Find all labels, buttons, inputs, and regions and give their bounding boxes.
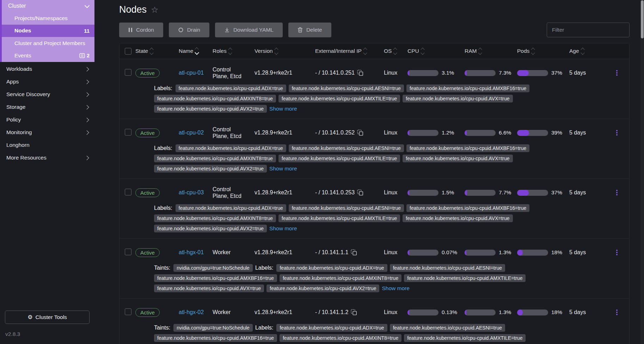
node-name-link[interactable]: atl-cpu-03	[179, 189, 204, 195]
label-chip: feature.node.kubernetes.io/cpu-cpuid.AMX…	[404, 334, 526, 342]
usage-percent-label: 1.3%	[499, 249, 511, 256]
ip-value: - / 10.141.1.2	[315, 309, 348, 315]
scrollbar-thumb[interactable]	[641, 0, 644, 38]
sidebar-item-cluster-and-project-members[interactable]: Cluster and Project Members	[2, 37, 94, 50]
label-chip: feature.node.kubernetes.io/cpu-cpuid.AMX…	[280, 334, 401, 342]
usage-meter	[517, 309, 548, 315]
copy-ip-icon[interactable]	[357, 70, 363, 76]
sidebar-item-workloads[interactable]: Workloads	[0, 63, 94, 75]
column-header-roles[interactable]: Roles	[213, 48, 254, 54]
ram-cell: 7.7%	[465, 189, 517, 196]
show-more-link[interactable]: Show more	[269, 106, 297, 112]
row-checkbox[interactable]	[125, 69, 131, 76]
page-header: Nodes ☆	[119, 2, 630, 17]
sidebar-item-storage[interactable]: Storage	[0, 101, 94, 113]
usage-meter	[465, 70, 496, 76]
row-checkbox-cell	[125, 249, 135, 257]
kebab-dot	[616, 254, 618, 255]
drain-button[interactable]: Drain	[169, 23, 209, 37]
download-yaml-button[interactable]: Download YAML	[215, 23, 283, 37]
column-header-cpu[interactable]: CPU	[407, 48, 465, 54]
row-actions-menu-icon[interactable]	[615, 69, 619, 77]
node-name-link[interactable]: atl-cpu-01	[179, 70, 204, 76]
column-header-os[interactable]: OS	[384, 48, 407, 54]
copy-ip-icon[interactable]	[351, 249, 357, 256]
node-name-link[interactable]: atl-cpu-02	[179, 130, 204, 136]
cpu-cell: 1.2%	[407, 130, 465, 136]
show-more-link[interactable]: Show more	[269, 225, 297, 232]
sidebar-item-monitoring[interactable]: Monitoring	[0, 126, 94, 139]
row-actions-menu-icon[interactable]	[615, 248, 619, 257]
sort-icon	[150, 48, 153, 54]
select-all-checkbox[interactable]	[125, 48, 131, 55]
usage-meter-fill	[517, 190, 529, 196]
label-chip: feature.node.kubernetes.io/cpu-cpuid.AES…	[390, 324, 505, 332]
label-chip: feature.node.kubernetes.io/cpu-cpuid.AMX…	[280, 274, 401, 282]
label-chip: feature.node.kubernetes.io/cpu-cpuid.ADX…	[276, 264, 387, 272]
label-chip: nvidia.com/gpu=true:NoSchedule	[173, 324, 253, 332]
favorite-star-icon[interactable]: ☆	[151, 6, 159, 14]
version-cell: v1.28.9+rke2r1	[254, 70, 315, 76]
sidebar-nav: Workloads Apps Service Discovery Storage…	[0, 62, 94, 164]
row-actions-menu-icon[interactable]	[615, 188, 619, 197]
page-scrollbar[interactable]	[640, 0, 644, 344]
sidebar-item-nodes[interactable]: Nodes 11	[2, 25, 94, 37]
delete-button[interactable]: Delete	[288, 23, 331, 37]
sidebar-item-service-discovery[interactable]: Service Discovery	[0, 88, 94, 101]
sidebar-item-events[interactable]: Events 2	[2, 50, 94, 62]
chevron-right-icon	[85, 92, 89, 96]
cluster-tools-button[interactable]: ⚙ Cluster Tools	[5, 311, 90, 324]
chevron-right-icon	[85, 130, 89, 135]
row-actions-menu-icon[interactable]	[615, 308, 619, 317]
column-label: Age	[569, 48, 579, 54]
copy-ip-icon[interactable]	[357, 130, 363, 136]
name-cell: atl-cpu-01	[179, 70, 213, 76]
row-checkbox[interactable]	[125, 249, 131, 255]
sidebar-item-more-resources[interactable]: More Resources	[0, 151, 94, 164]
column-header-version[interactable]: Version	[254, 48, 315, 54]
column-header-age[interactable]: Age	[569, 48, 605, 54]
sidebar-item-longhorn[interactable]: Longhorn	[0, 139, 94, 151]
label-chip: feature.node.kubernetes.io/cpu-cpuid.AVX…	[403, 155, 513, 162]
usage-meter-fill	[465, 70, 467, 76]
row-actions-cell	[605, 248, 629, 257]
download-yaml-button-label: Download YAML	[233, 27, 274, 33]
usage-meter-fill	[517, 309, 523, 315]
tag-line: feature.node.kubernetes.io/cpu-cpuid.AVX…	[119, 163, 629, 174]
node-row-main: Activeatl-cpu-02Control Plane, Etcdv1.28…	[119, 123, 629, 143]
os-cell: Linux	[384, 70, 407, 76]
nodes-count-badge: 11	[84, 28, 90, 34]
copy-ip-icon[interactable]	[351, 309, 357, 315]
row-checkbox[interactable]	[125, 189, 131, 195]
filter-input[interactable]	[547, 23, 630, 37]
column-label: Roles	[213, 48, 227, 54]
row-actions-menu-icon[interactable]	[615, 129, 619, 137]
column-header-ram[interactable]: RAM	[465, 48, 517, 54]
usage-meter-fill	[465, 190, 467, 196]
label-chip: feature.node.kubernetes.io/cpu-cpuid.AMX…	[404, 274, 526, 282]
column-header-ip[interactable]: External/Internal IP	[315, 48, 384, 54]
status-badge: Active	[135, 308, 160, 317]
sidebar-group-cluster[interactable]: Cluster	[2, 0, 94, 12]
node-name-link[interactable]: atl-hgx-01	[179, 249, 204, 255]
row-checkbox[interactable]	[125, 129, 131, 136]
usage-percent-label: 1.2%	[442, 130, 454, 136]
label-chip: feature.node.kubernetes.io/cpu-cpuid.AES…	[289, 204, 404, 212]
sidebar-item-projects-namespaces[interactable]: Projects/Namespaces	[2, 12, 94, 25]
node-name-link[interactable]: atl-hgx-02	[179, 309, 204, 315]
column-header-pods[interactable]: Pods	[517, 48, 569, 54]
kebab-dot	[616, 130, 618, 131]
sidebar-item-policy[interactable]: Policy	[0, 113, 94, 126]
show-more-link[interactable]: Show more	[269, 165, 297, 172]
cordon-button[interactable]: Cordon	[119, 23, 163, 37]
usage-percent-label: 7.7%	[499, 189, 511, 196]
row-checkbox[interactable]	[125, 308, 131, 315]
tag-line: feature.node.kubernetes.io/cpu-cpuid.AMX…	[119, 273, 629, 283]
column-header-state[interactable]: State	[135, 48, 179, 54]
copy-ip-icon[interactable]	[357, 189, 363, 196]
show-more-link[interactable]: Show more	[382, 285, 409, 292]
sidebar-item-apps[interactable]: Apps	[0, 75, 94, 88]
column-header-name[interactable]: Name	[179, 48, 213, 54]
usage-meter	[517, 190, 548, 196]
name-cell: atl-cpu-02	[179, 130, 213, 136]
